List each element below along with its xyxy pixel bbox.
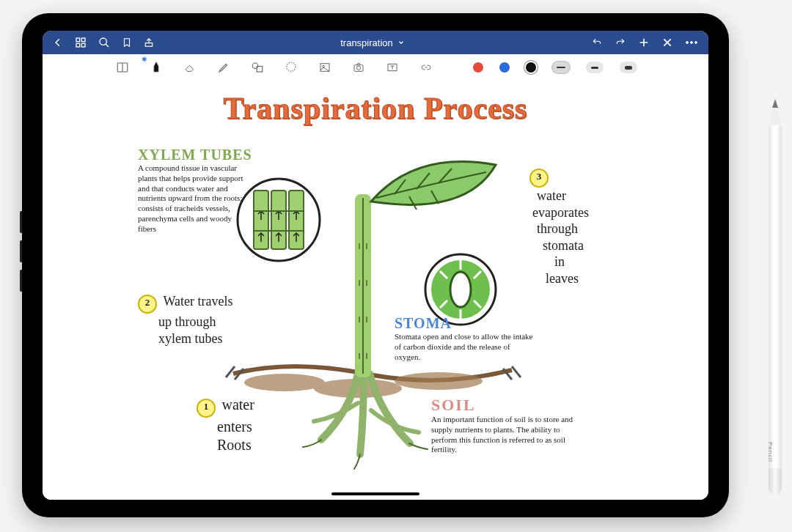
screen: transpiration [43, 31, 708, 500]
image-tool[interactable] [316, 59, 334, 76]
bookmark-button[interactable] [122, 37, 132, 48]
stroke-width-thick[interactable] [620, 62, 637, 73]
share-button[interactable] [144, 37, 154, 48]
step-2-number: 2 [138, 295, 157, 314]
step-2: 2 Water travels up through xylem tubes [138, 293, 299, 347]
add-button[interactable] [638, 37, 650, 48]
xylem-heading: XYLEM TUBES [138, 147, 285, 163]
svg-rect-0 [76, 38, 80, 42]
search-button[interactable] [98, 37, 110, 48]
svg-rect-1 [81, 38, 85, 42]
shapes-tool[interactable] [249, 59, 266, 76]
chevron-down-icon [397, 39, 405, 46]
svg-point-26 [244, 374, 325, 391]
grid-view-button[interactable] [75, 37, 87, 48]
color-blue[interactable] [499, 62, 510, 73]
text-tool[interactable] [384, 59, 401, 76]
xylem-section: XYLEM TUBES A compound tissue in vascula… [138, 147, 285, 234]
highlighter-tool[interactable] [215, 59, 232, 76]
svg-point-39 [450, 272, 471, 307]
camera-tool[interactable] [350, 59, 367, 76]
note-canvas[interactable]: Transpiration Process [43, 81, 708, 500]
svg-point-18 [287, 62, 296, 71]
svg-line-49 [512, 366, 521, 377]
link-tool[interactable] [417, 59, 435, 76]
document-title: transpiration [340, 37, 393, 48]
apple-pencil: Pencil [769, 99, 782, 495]
hardware-side-buttons [20, 211, 22, 299]
stoma-section: STOMA Stomata open and close to allow th… [395, 315, 563, 362]
svg-rect-3 [81, 43, 85, 47]
stroke-width-thin[interactable] [552, 62, 570, 73]
undo-button[interactable] [591, 37, 603, 48]
stoma-body: Stomata open and close to allow the inta… [395, 332, 534, 362]
color-black[interactable] [526, 62, 536, 73]
back-button[interactable] [53, 37, 63, 48]
step-3-number: 3 [529, 169, 549, 188]
document-title-dropdown[interactable]: transpiration [164, 37, 581, 48]
eraser-tool[interactable] [181, 59, 199, 76]
soil-heading: SOIL [431, 396, 615, 415]
read-mode-tool[interactable] [114, 59, 131, 76]
close-button[interactable] [661, 37, 673, 48]
soil-section: SOIL An important function of soil is to… [431, 396, 615, 455]
svg-line-5 [106, 44, 109, 47]
step-3: 3 water evaporates through stomata in le… [529, 169, 639, 287]
home-indicator[interactable] [331, 492, 419, 495]
stoma-heading: STOMA [395, 315, 563, 332]
color-red[interactable] [473, 62, 483, 73]
svg-point-22 [356, 66, 360, 70]
svg-point-12 [691, 42, 693, 44]
lasso-tool[interactable] [282, 59, 300, 76]
svg-point-4 [100, 38, 106, 45]
drawing-toolbar: ✱ [43, 54, 708, 81]
ipad-frame: transpiration [22, 13, 729, 517]
svg-point-11 [686, 42, 689, 44]
xylem-body: A compound tissue in vascular plants tha… [138, 163, 248, 234]
app-titlebar: transpiration [43, 31, 708, 54]
svg-rect-2 [76, 43, 80, 47]
soil-body: An important function of soil is to stor… [431, 415, 585, 455]
svg-point-28 [395, 372, 483, 390]
step-1: 1 water enters Roots [197, 396, 314, 454]
redo-button[interactable] [615, 37, 626, 48]
svg-point-13 [695, 42, 697, 44]
stroke-width-medium[interactable] [586, 62, 604, 73]
more-button[interactable] [685, 40, 698, 45]
pencil-brand-label: Pencil [767, 442, 774, 462]
pen-tool[interactable]: ✱ [147, 59, 165, 76]
step-1-number: 1 [197, 399, 216, 418]
